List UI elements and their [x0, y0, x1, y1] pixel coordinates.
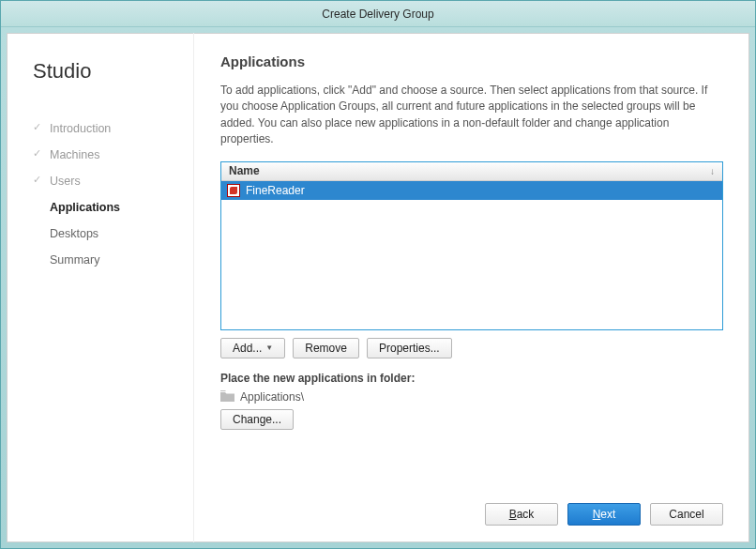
properties-button[interactable]: Properties... [367, 338, 452, 358]
change-button-label: Change... [233, 413, 281, 426]
app-icon [227, 184, 240, 197]
change-folder-button[interactable]: Change... [220, 409, 294, 430]
wizard-step-applications[interactable]: Applications [33, 194, 174, 221]
remove-button-label: Remove [305, 342, 347, 355]
cancel-button[interactable]: Cancel [650, 503, 723, 526]
sidebar-title: Studio [33, 59, 174, 84]
table-header[interactable]: Name ↓ [221, 162, 722, 181]
wizard-step-machines[interactable]: Machines [33, 142, 174, 168]
column-name: Name [229, 164, 260, 177]
wizard-sidebar: Studio Introduction Machines Users Appli… [7, 33, 194, 542]
remove-button[interactable]: Remove [293, 338, 359, 358]
back-label: ack [517, 508, 535, 521]
wizard-step-users[interactable]: Users [33, 168, 174, 194]
wizard-step-label: Machines [50, 148, 100, 161]
folder-path: Applications\ [240, 390, 304, 404]
sort-arrow-icon: ↓ [710, 166, 715, 176]
dialog-window: Create Delivery Group Studio Introductio… [0, 0, 756, 549]
wizard-step-label: Introduction [50, 122, 111, 135]
folder-label: Place the new applications in folder: [220, 372, 723, 385]
wizard-step-label: Applications [50, 201, 120, 214]
wizard-step-introduction[interactable]: Introduction [33, 115, 174, 142]
content-outer: Studio Introduction Machines Users Appli… [1, 27, 755, 548]
next-label: ext [600, 508, 615, 521]
folder-buttons: Change... [220, 409, 723, 430]
folder-icon [220, 390, 234, 404]
wizard-step-label: Summary [50, 253, 99, 267]
window-title: Create Delivery Group [322, 8, 433, 21]
add-button[interactable]: Add... ▼ [220, 338, 285, 358]
add-button-label: Add... [233, 342, 262, 355]
back-button[interactable]: Back [485, 503, 558, 526]
table-buttons: Add... ▼ Remove Properties... [220, 338, 723, 358]
cancel-label: Cancel [669, 508, 703, 521]
main-panel: Applications To add applications, click … [194, 33, 749, 542]
title-bar: Create Delivery Group [1, 1, 755, 27]
page-description: To add applications, click "Add" and cho… [220, 83, 723, 148]
wizard-step-summary[interactable]: Summary [33, 247, 174, 273]
wizard-footer: Back Next Cancel [220, 484, 723, 526]
wizard-step-label: Desktops [50, 227, 98, 240]
table-row[interactable]: FineReader [221, 181, 722, 200]
content: Studio Introduction Machines Users Appli… [7, 33, 749, 542]
folder-row: Applications\ [220, 390, 723, 404]
wizard-step-label: Users [50, 175, 81, 188]
wizard-steps: Introduction Machines Users Applications… [33, 115, 174, 273]
next-button[interactable]: Next [567, 503, 641, 526]
chevron-down-icon: ▼ [265, 343, 273, 352]
applications-table: Name ↓ FineReader [220, 161, 723, 330]
app-name: FineReader [246, 184, 305, 197]
back-mnemonic: B [509, 508, 517, 521]
page-heading: Applications [220, 53, 723, 69]
table-body: FineReader [221, 181, 722, 329]
properties-button-label: Properties... [379, 342, 440, 355]
wizard-step-desktops[interactable]: Desktops [33, 221, 174, 247]
